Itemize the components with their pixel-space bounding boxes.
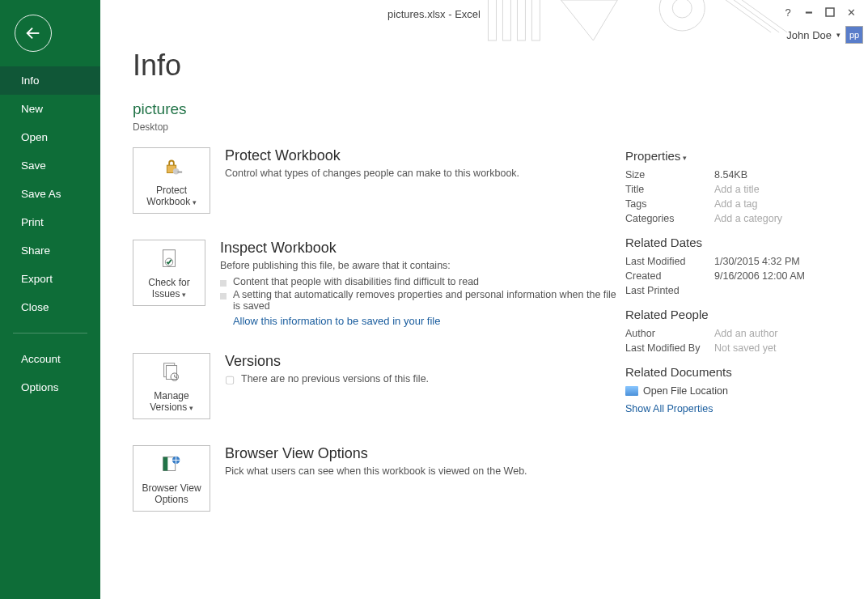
prop-tags[interactable]: TagsAdd a tag bbox=[625, 198, 852, 210]
show-all-properties-link[interactable]: Show All Properties bbox=[625, 403, 852, 414]
prop-last-modified-by: Last Modified ByNot saved yet bbox=[625, 342, 852, 354]
sidebar-item-new[interactable]: New bbox=[0, 95, 100, 123]
svg-rect-14 bbox=[178, 171, 183, 172]
sidebar-item-close[interactable]: Close bbox=[0, 293, 100, 321]
check-issues-button[interactable]: Check for Issues bbox=[133, 240, 205, 306]
versions-desc: There are no previous versions of this f… bbox=[241, 373, 429, 385]
sidebar-item-open[interactable]: Open bbox=[0, 123, 100, 151]
prop-created: Created9/16/2006 12:00 AM bbox=[625, 270, 852, 282]
sidebar-item-save[interactable]: Save bbox=[0, 151, 100, 180]
protect-workbook-title: Protect Workbook bbox=[225, 147, 519, 164]
related-dates-heading: Related Dates bbox=[625, 236, 852, 249]
svg-rect-23 bbox=[163, 457, 168, 470]
sidebar-divider bbox=[13, 333, 87, 333]
allow-info-link[interactable]: Allow this information to be saved in yo… bbox=[233, 315, 625, 327]
open-file-location-link[interactable]: Open File Location bbox=[625, 385, 852, 397]
list-item: A setting that automatically removes pro… bbox=[220, 289, 625, 312]
inspect-workbook-desc: Before publishing this file, be aware th… bbox=[220, 260, 625, 271]
document-check-icon bbox=[157, 247, 181, 274]
sidebar-item-account[interactable]: Account bbox=[0, 345, 100, 373]
backstage-sidebar: Info New Open Save Save As Print Share E… bbox=[0, 0, 100, 599]
spreadsheet-web-icon bbox=[159, 452, 184, 479]
versions-title: Versions bbox=[225, 353, 429, 370]
sidebar-item-print[interactable]: Print bbox=[0, 208, 100, 236]
shield-lock-icon bbox=[159, 155, 184, 181]
prop-last-printed: Last Printed bbox=[625, 285, 852, 296]
protect-workbook-button[interactable]: Protect Workbook bbox=[133, 147, 210, 214]
related-documents-heading: Related Documents bbox=[625, 365, 852, 379]
list-item: Content that people with disabilities fi… bbox=[220, 276, 625, 287]
folder-icon bbox=[625, 386, 638, 396]
sidebar-item-info[interactable]: Info bbox=[0, 66, 100, 95]
prop-last-modified: Last Modified1/30/2015 4:32 PM bbox=[625, 256, 852, 267]
inspect-workbook-title: Inspect Workbook bbox=[220, 240, 625, 257]
browser-view-desc: Pick what users can see when this workbo… bbox=[225, 465, 527, 477]
browser-view-options-button[interactable]: Browser View Options bbox=[133, 445, 210, 512]
properties-heading[interactable]: Properties bbox=[625, 149, 852, 163]
prop-title[interactable]: TitleAdd a title bbox=[625, 184, 852, 195]
prop-author[interactable]: AuthorAdd an author bbox=[625, 328, 852, 339]
page-title: Info bbox=[133, 49, 625, 83]
sidebar-item-share[interactable]: Share bbox=[0, 236, 100, 265]
sidebar-item-options[interactable]: Options bbox=[0, 373, 100, 401]
protect-workbook-desc: Control what types of changes people can… bbox=[225, 168, 519, 179]
sidebar-item-saveas[interactable]: Save As bbox=[0, 180, 100, 208]
browser-view-title: Browser View Options bbox=[225, 445, 527, 462]
sidebar-item-export[interactable]: Export bbox=[0, 265, 100, 293]
document-location: Desktop bbox=[133, 121, 625, 133]
document-history-icon bbox=[159, 360, 184, 387]
prop-size: Size8.54KB bbox=[625, 169, 852, 181]
related-people-heading: Related People bbox=[625, 308, 852, 321]
manage-versions-button[interactable]: Manage Versions bbox=[133, 353, 210, 419]
document-name: pictures bbox=[133, 100, 625, 118]
no-versions-icon: ▢ bbox=[225, 373, 235, 385]
prop-categories[interactable]: CategoriesAdd a category bbox=[625, 213, 852, 224]
